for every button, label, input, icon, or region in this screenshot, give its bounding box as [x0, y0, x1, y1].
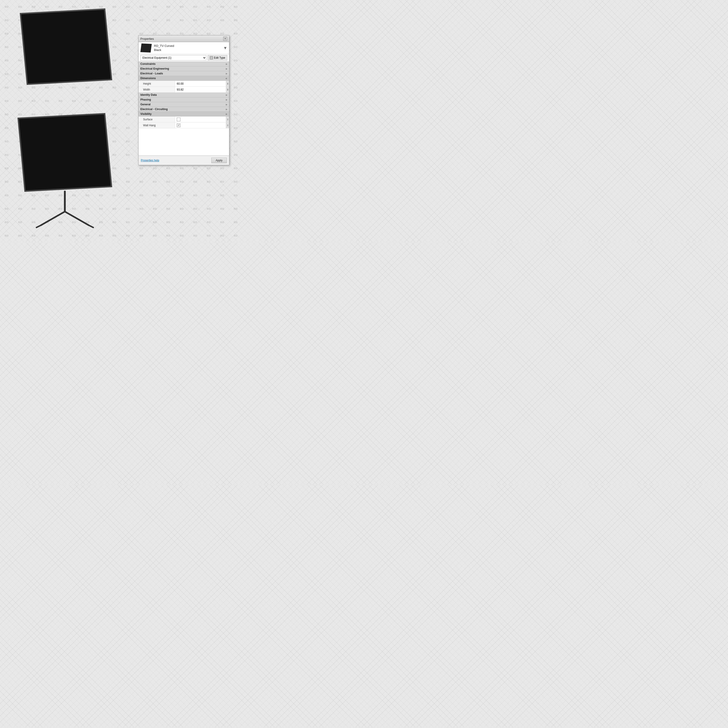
wall-hang-checkbox[interactable]: ✓ [177, 124, 180, 127]
collapse-icon: » [225, 93, 227, 96]
section-electrical-engineering[interactable]: Electrical Engineering » [139, 66, 229, 71]
watermark-cell: RD [135, 175, 148, 189]
watermark-cell: RD [148, 216, 162, 229]
section-electrical-loads[interactable]: Electrical - Loads » [139, 71, 229, 76]
watermark-cell: RD [202, 189, 216, 202]
watermark-cell: RD [148, 229, 162, 243]
prop-row-wall-hang: Wall Hang ✓ [139, 122, 229, 128]
watermark-cell: RD [229, 148, 243, 162]
prop-label-width: Width [139, 87, 175, 92]
watermark-cell: RD [229, 202, 243, 216]
type-dropdown-row: Electrical Equipment (1) Edit Type [139, 54, 229, 62]
dropdown-arrow-icon[interactable]: ▼ [223, 46, 227, 50]
section-phasing[interactable]: Phasing » [139, 97, 229, 102]
height-input[interactable] [177, 82, 195, 85]
watermark-cell: RD [202, 229, 216, 243]
prop-value-wall-hang: ✓ [175, 124, 226, 127]
apply-button[interactable]: Apply [211, 158, 227, 163]
section-identity-data[interactable]: Identity Data » [139, 93, 229, 97]
svg-rect-5 [210, 57, 212, 59]
watermark-cell: RD [229, 175, 243, 189]
prop-row-width: Width [139, 87, 229, 93]
watermark-cell: RD [189, 229, 202, 243]
watermark-cell: RD [135, 189, 148, 202]
watermark-cell: RD [229, 108, 243, 121]
watermark-cell: RD [229, 162, 243, 175]
section-dimensions[interactable]: Dimensions « [139, 76, 229, 81]
watermark-cell: RD [189, 14, 202, 27]
watermark-cell: RD [189, 202, 202, 216]
watermark-cell: RD [135, 216, 148, 229]
panel-title: Properties [141, 37, 154, 40]
watermark-cell: RD [229, 189, 243, 202]
watermark-cell: RD [162, 216, 175, 229]
watermark-cell: RD [229, 0, 243, 14]
checkmark-icon: ✓ [178, 124, 180, 127]
watermark-cell: RD [216, 14, 229, 27]
watermark-cell: RD [175, 14, 189, 27]
watermark-cell: RD [162, 202, 175, 216]
collapse-icon: « [225, 112, 227, 116]
watermark-cell: RD [229, 216, 243, 229]
watermark-cell: RD [229, 95, 243, 108]
prop-value-width [175, 88, 226, 91]
section-visibility[interactable]: Visibility « [139, 112, 229, 116]
height-scroll[interactable] [226, 81, 229, 86]
prop-value-surface [175, 118, 226, 121]
collapse-icon: » [225, 62, 227, 66]
watermark-cell: RD [216, 175, 229, 189]
watermark-cell: RD [229, 81, 243, 94]
svg-line-1 [41, 211, 65, 225]
prop-row-surface: Surface [139, 116, 229, 122]
section-electrical-circuiting[interactable]: Electrical - Circuiting » [139, 107, 229, 112]
watermark-cell: RD [175, 216, 189, 229]
properties-help-link[interactable]: Properties help [141, 159, 159, 162]
collapse-icon: » [225, 67, 227, 70]
watermark-cell: RD [162, 189, 175, 202]
collapse-icon: » [225, 108, 227, 111]
watermark-cell: RD [175, 0, 189, 14]
collapse-icon: » [225, 103, 227, 106]
watermark-cell: RD [135, 229, 148, 243]
surface-checkbox[interactable] [177, 118, 180, 121]
watermark-cell: RD [162, 229, 175, 243]
watermark-cell: RD [162, 175, 175, 189]
edit-type-icon [210, 56, 213, 60]
watermark-cell: RD [202, 0, 216, 14]
watermark-cell: RD [148, 14, 162, 27]
collapse-icon: » [225, 72, 227, 75]
watermark-cell: RD [216, 202, 229, 216]
type-select[interactable]: Electrical Equipment (1) [141, 55, 206, 61]
collapse-icon: « [225, 76, 227, 80]
watermark-cell: RD [189, 189, 202, 202]
watermark-cell: RD [202, 216, 216, 229]
close-button[interactable]: × [223, 37, 227, 41]
prop-label-height: Height [139, 81, 175, 86]
watermark-cell: RD [175, 189, 189, 202]
watermark-cell: RD [229, 27, 243, 40]
edit-type-button[interactable]: Edit Type [208, 55, 227, 61]
watermark-cell: RD [135, 202, 148, 216]
properties-panel: Properties × RD_TV Curved Black ▼ Electr… [138, 35, 229, 165]
watermark-cell: RD [202, 175, 216, 189]
section-constraints[interactable]: Constraints » [139, 62, 229, 66]
watermark-cell: RD [175, 229, 189, 243]
panel-header: RD_TV Curved Black ▼ [139, 42, 229, 54]
panel-footer: Properties help Apply [139, 156, 229, 165]
section-general[interactable]: General » [139, 102, 229, 107]
item-thumbnail [141, 43, 152, 52]
width-scroll[interactable] [226, 87, 229, 92]
wall-hang-scroll[interactable] [226, 122, 229, 128]
watermark-cell: RD [229, 40, 243, 54]
surface-scroll[interactable] [226, 116, 229, 122]
prop-label-wall-hang: Wall Hang [139, 122, 175, 128]
tv-illustration [0, 0, 127, 237]
watermark-cell: RD [148, 0, 162, 14]
prop-row-height: Height [139, 81, 229, 87]
watermark-cell: RD [229, 54, 243, 67]
watermark-cell: RD [189, 0, 202, 14]
watermark-cell: RD [202, 14, 216, 27]
width-input[interactable] [177, 88, 195, 91]
watermark-cell: RD [135, 14, 148, 27]
sections-container: Constraints » Electrical Engineering » E… [139, 62, 229, 128]
